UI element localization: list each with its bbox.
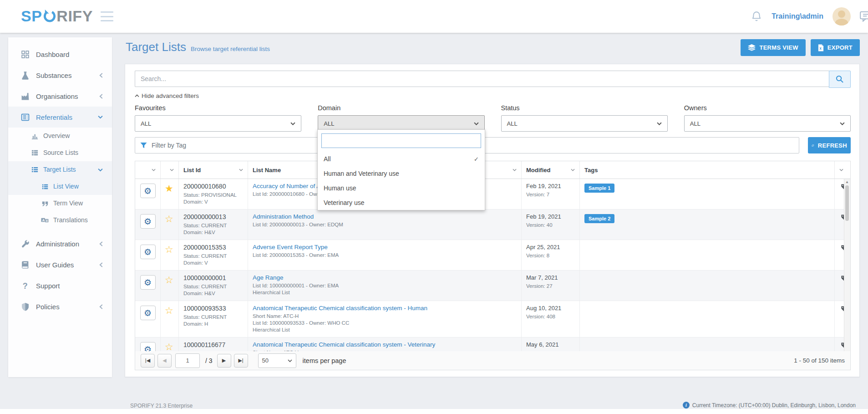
previous-page-button[interactable]: ◀	[157, 354, 172, 368]
modified-column-header[interactable]: Modified	[522, 161, 580, 179]
page-header: Target Lists Browse target referential l…	[126, 40, 270, 54]
gear-icon[interactable]: ⚙	[140, 275, 156, 290]
row-settings-cell: ⚙	[135, 301, 161, 337]
list-id-column-header[interactable]: List Id	[179, 161, 248, 179]
domain-dropdown-search-input[interactable]	[321, 133, 481, 148]
favourite-cell: ☆	[161, 337, 179, 352]
scrollbar-thumb[interactable]	[845, 185, 849, 221]
star-outline-icon[interactable]: ☆	[165, 305, 173, 316]
status-select[interactable]: ALL	[501, 115, 668, 132]
gear-icon[interactable]: ⚙	[140, 306, 156, 320]
sidebar-item-overview[interactable]: Overview	[8, 128, 112, 144]
sidebar-item-label: Administration	[36, 240, 79, 248]
terms-view-button[interactable]: TERMS VIEW	[741, 39, 805, 56]
gear-icon[interactable]: ⚙	[140, 184, 156, 198]
list-id-cell: 100000000001Status: CURRENTDomain: H&V	[179, 271, 248, 301]
list-name-link[interactable]: Anatomical Therapeutic Chemical classifi…	[253, 341, 517, 348]
tags-cell: Sample 2	[580, 210, 835, 240]
star-outline-icon[interactable]: ☆	[165, 342, 173, 352]
list-id-value: 200000015353	[183, 244, 243, 251]
list-name-link[interactable]: Administration Method	[253, 213, 517, 220]
gear-icon[interactable]: ⚙	[140, 245, 156, 259]
page-number-input[interactable]	[175, 353, 200, 368]
chevron-down-icon	[474, 122, 479, 125]
list-id-value: 100000093533	[183, 305, 243, 312]
search-input[interactable]	[135, 71, 829, 87]
list-status: Status: PROVISIONAL	[183, 192, 243, 199]
domain-option[interactable]: Veterinary use	[318, 195, 485, 210]
terms-view-label: TERMS VIEW	[759, 44, 798, 51]
next-page-button[interactable]: ▶	[217, 354, 231, 368]
row-settings-cell: ⚙	[135, 240, 161, 270]
tags-cell	[580, 337, 835, 352]
owners-select[interactable]: ALL	[684, 115, 851, 132]
star-outline-icon[interactable]: ☆	[165, 214, 173, 224]
favourite-column-header[interactable]	[161, 161, 179, 179]
timezone-label: Current Timezone: (UTC+00:00) Dublin, Ed…	[692, 402, 856, 409]
star-outline-icon[interactable]: ☆	[165, 275, 173, 285]
domain-option[interactable]: Human use	[318, 181, 485, 195]
list-subline: Hierarchical List	[253, 289, 517, 296]
user-avatar[interactable]	[832, 7, 851, 26]
hide-advanced-filters-link[interactable]: Hide advanced filters	[135, 92, 199, 99]
settings-column-header[interactable]	[135, 161, 161, 179]
list-status: Status: CURRENT	[183, 314, 243, 321]
timezone-info: i Current Timezone: (UTC+00:00) Dublin, …	[683, 402, 856, 409]
current-user[interactable]: Training\admin	[772, 12, 823, 20]
chevron-down-icon	[657, 122, 662, 125]
page-size-select[interactable]: 50	[258, 353, 296, 368]
excel-file-icon: x	[818, 44, 824, 51]
sidebar-item-label: Overview	[43, 133, 70, 139]
scrollbar-up-arrow[interactable]: ▲	[845, 180, 849, 184]
refresh-label: REFRESH	[818, 142, 847, 149]
sidebar-item-source-lists[interactable]: Source Lists	[8, 144, 112, 161]
domain-option[interactable]: All✓	[318, 152, 485, 166]
sidebar-item-dashboard[interactable]: Dashboard	[8, 44, 112, 65]
sidebar-item-policies[interactable]: Policies	[8, 296, 112, 317]
menu-toggle-icon[interactable]	[101, 11, 113, 21]
tags-menu-header[interactable]	[835, 161, 850, 179]
chat-icon[interactable]	[860, 11, 868, 22]
sidebar-item-target-lists[interactable]: Target Lists	[8, 161, 112, 178]
star-filled-icon[interactable]: ★	[165, 183, 173, 194]
refresh-icon	[812, 142, 814, 149]
gear-icon[interactable]: ⚙	[140, 214, 156, 229]
star-outline-icon[interactable]: ☆	[165, 244, 173, 255]
favourites-select[interactable]: ALL	[135, 115, 301, 132]
list-status: Status: CURRENT	[183, 283, 243, 290]
first-page-button[interactable]: |◀	[141, 354, 155, 368]
refresh-button[interactable]: REFRESH	[808, 137, 851, 153]
gear-icon[interactable]: ⚙	[140, 342, 156, 352]
table-scrollbar[interactable]: ▲	[844, 179, 850, 352]
sidebar-item-organisations[interactable]: Organisations	[8, 86, 112, 107]
list-name-link[interactable]: Age Range	[253, 274, 517, 281]
target-lists-card: Hide advanced filters Favourites ALL Dom…	[125, 64, 860, 377]
domain-option[interactable]: Human and Veterinary use	[318, 166, 485, 181]
table-row: ⚙☆100000000001Status: CURRENTDomain: H&V…	[135, 271, 850, 301]
sidebar-item-user-guides[interactable]: User Guides	[8, 254, 112, 275]
list-id-value: 200000010680	[183, 183, 243, 190]
list-name-link[interactable]: Adverse Event Report Type	[253, 244, 517, 250]
sidebar-item-administration[interactable]: Administration	[8, 233, 112, 254]
domain-option-label: All	[324, 155, 331, 163]
check-icon: ✓	[474, 156, 479, 163]
export-button[interactable]: x EXPORT	[811, 39, 860, 56]
list-name-link[interactable]: Anatomical Therapeutic Chemical classifi…	[253, 305, 517, 312]
sporify-logo[interactable]: SP RIFY	[21, 7, 93, 25]
status-filter: Status ALL	[501, 104, 668, 132]
search-button[interactable]	[829, 71, 851, 88]
chevron-up-icon	[135, 94, 139, 97]
last-page-button[interactable]: ▶|	[234, 354, 248, 368]
sidebar-item-referentials[interactable]: Referentials	[8, 107, 112, 128]
list-name-cell: Adverse Event Report TypeList Id: 200000…	[248, 240, 522, 270]
list-domain: Domain: V	[183, 199, 243, 205]
list-subline: Short Name: ATC-H	[253, 313, 517, 320]
sidebar-item-substances[interactable]: Substances	[8, 65, 112, 86]
sidebar-item-list-view[interactable]: List View	[8, 178, 112, 195]
sidebar-item-term-view[interactable]: Term View	[8, 195, 112, 212]
sidebar-item-support[interactable]: ? Support	[8, 275, 112, 296]
tags-column-header[interactable]: Tags	[580, 161, 835, 179]
sidebar-item-translations[interactable]: Ax Translations	[8, 212, 112, 229]
notifications-bell-icon[interactable]	[751, 10, 762, 22]
chevron-down-icon	[239, 169, 243, 171]
